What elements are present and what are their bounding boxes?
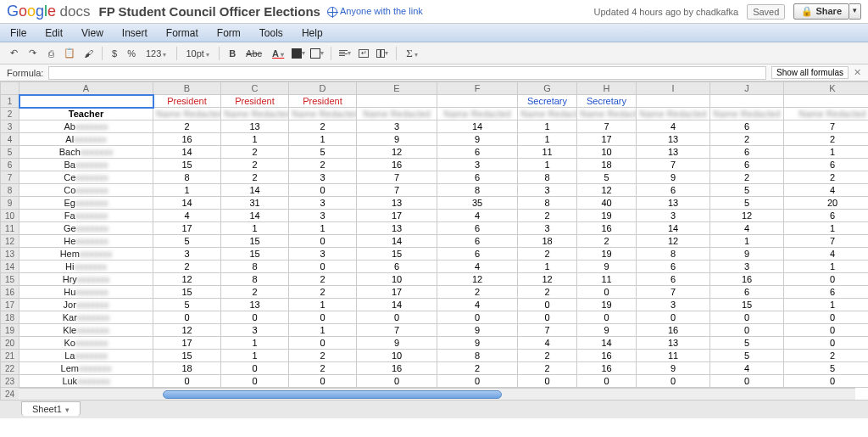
data-cell[interactable]: 17 — [577, 133, 637, 146]
data-cell[interactable]: 9 — [637, 362, 710, 375]
data-cell[interactable]: 6 — [437, 146, 518, 159]
teacher-name-cell[interactable]: Laxxxxxxx — [19, 350, 153, 362]
data-cell[interactable]: 3 — [437, 159, 518, 171]
data-cell[interactable]: 5 — [710, 197, 784, 210]
percent-format-button[interactable]: % — [125, 48, 138, 59]
borders-dropdown[interactable] — [310, 47, 324, 60]
data-cell[interactable]: 0 — [637, 311, 710, 324]
teacher-header[interactable]: Teacher — [19, 108, 153, 120]
data-cell[interactable]: 2 — [784, 171, 869, 184]
horizontal-scroll-thumb[interactable] — [163, 390, 502, 399]
row-header[interactable]: 11 — [1, 222, 19, 235]
data-cell[interactable]: 2 — [289, 120, 357, 133]
row-header[interactable]: 13 — [1, 248, 19, 261]
data-cell[interactable]: 2 — [518, 286, 577, 299]
header-secretary[interactable]: Secretary — [518, 95, 577, 108]
data-cell[interactable]: 2 — [221, 146, 289, 159]
data-cell[interactable]: 13 — [357, 222, 437, 235]
data-cell[interactable]: 17 — [357, 210, 437, 222]
data-cell[interactable]: 2 — [289, 362, 357, 375]
data-cell[interactable]: 4 — [637, 120, 710, 133]
data-cell[interactable]: 6 — [710, 120, 784, 133]
data-cell[interactable]: 0 — [289, 337, 357, 350]
data-cell[interactable]: 14 — [153, 146, 221, 159]
sheet-tab-dropdown-icon[interactable]: ▾ — [65, 406, 70, 414]
data-cell[interactable]: 0 — [289, 235, 357, 248]
row-header[interactable]: 23 — [1, 375, 19, 388]
row-header[interactable]: 7 — [1, 171, 19, 184]
data-cell[interactable]: 1 — [710, 235, 784, 248]
data-cell[interactable]: 15 — [357, 248, 437, 261]
row-header[interactable]: 3 — [1, 120, 19, 133]
data-cell[interactable]: 0 — [577, 311, 637, 324]
data-cell[interactable]: 13 — [637, 337, 710, 350]
data-cell[interactable]: 6 — [784, 210, 869, 222]
candidate-name[interactable]: Name Redacted — [221, 108, 289, 120]
data-cell[interactable]: 13 — [357, 197, 437, 210]
data-cell[interactable]: 1 — [221, 350, 289, 362]
copy-icon[interactable]: 📋 — [63, 47, 76, 60]
data-cell[interactable]: 9 — [357, 133, 437, 146]
data-cell[interactable]: 6 — [637, 184, 710, 197]
data-cell[interactable]: 5 — [153, 235, 221, 248]
data-cell[interactable]: 3 — [153, 248, 221, 261]
data-cell[interactable]: 17 — [357, 286, 437, 299]
data-cell[interactable]: 3 — [518, 222, 577, 235]
data-cell[interactable]: 0 — [437, 311, 518, 324]
data-cell[interactable]: 4 — [518, 337, 577, 350]
data-cell[interactable]: 0 — [784, 337, 869, 350]
data-cell[interactable]: 2 — [221, 171, 289, 184]
data-cell[interactable]: 2 — [437, 362, 518, 375]
data-cell[interactable]: 14 — [357, 235, 437, 248]
data-cell[interactable]: 12 — [518, 273, 577, 286]
data-cell[interactable]: 2 — [153, 261, 221, 273]
teacher-name-cell[interactable]: Gexxxxxxx — [19, 222, 153, 235]
data-cell[interactable]: 11 — [577, 273, 637, 286]
data-cell[interactable]: 4 — [437, 299, 518, 311]
teacher-name-cell[interactable]: Baxxxxxxx — [19, 159, 153, 171]
data-cell[interactable]: 6 — [784, 286, 869, 299]
data-cell[interactable]: 0 — [357, 375, 437, 388]
menu-form[interactable]: Form — [214, 26, 244, 39]
select-all-corner[interactable] — [1, 82, 19, 95]
col-header-B[interactable]: B — [153, 82, 221, 95]
data-cell[interactable]: 9 — [437, 133, 518, 146]
data-cell[interactable]: 13 — [637, 146, 710, 159]
data-cell[interactable]: 8 — [437, 184, 518, 197]
data-cell[interactable]: 16 — [637, 324, 710, 337]
col-header-A[interactable]: A — [19, 82, 153, 95]
candidate-name[interactable]: Name Redacted — [289, 108, 357, 120]
data-cell[interactable]: 0 — [221, 362, 289, 375]
data-cell[interactable]: 4 — [153, 210, 221, 222]
row-header[interactable]: 6 — [1, 159, 19, 171]
data-cell[interactable]: 4 — [710, 362, 784, 375]
data-cell[interactable]: 2 — [518, 210, 577, 222]
data-cell[interactable]: 9 — [577, 261, 637, 273]
data-cell[interactable]: 11 — [637, 350, 710, 362]
header-vice-pres[interactable]: Vice Pres — [357, 95, 437, 108]
data-cell[interactable]: 7 — [357, 184, 437, 197]
data-cell[interactable]: 2 — [437, 286, 518, 299]
data-cell[interactable]: 7 — [357, 324, 437, 337]
header-treasurer[interactable]: Treasurer — [710, 95, 784, 108]
data-cell[interactable]: 5 — [577, 171, 637, 184]
bold-button[interactable]: B — [226, 48, 238, 59]
data-cell[interactable]: 15 — [153, 159, 221, 171]
data-cell[interactable]: 13 — [221, 120, 289, 133]
teacher-name-cell[interactable]: Klexxxxxxx — [19, 324, 153, 337]
data-cell[interactable]: 1 — [289, 324, 357, 337]
data-cell[interactable]: 9 — [577, 324, 637, 337]
teacher-name-cell[interactable]: Alxxxxxxx — [19, 133, 153, 146]
menu-edit[interactable]: Edit — [42, 26, 66, 39]
data-cell[interactable]: 5 — [289, 146, 357, 159]
teacher-name-cell[interactable]: Egxxxxxxx — [19, 197, 153, 210]
data-cell[interactable]: 6 — [437, 222, 518, 235]
data-cell[interactable]: 3 — [289, 210, 357, 222]
data-cell[interactable]: 4 — [784, 248, 869, 261]
data-cell[interactable]: 0 — [710, 311, 784, 324]
data-cell[interactable]: 2 — [153, 120, 221, 133]
data-cell[interactable]: 5 — [710, 337, 784, 350]
data-cell[interactable]: 3 — [357, 120, 437, 133]
currency-format-button[interactable]: $ — [109, 48, 120, 59]
row-header[interactable]: 9 — [1, 197, 19, 210]
